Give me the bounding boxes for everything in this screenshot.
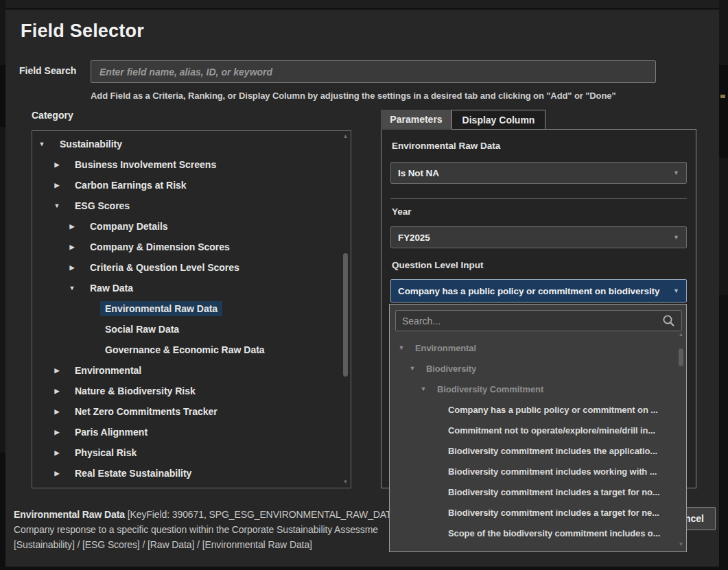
question-option-biodiversity[interactable]: ▼Biodiversity bbox=[390, 358, 675, 379]
caret-right-icon[interactable]: ▶ bbox=[67, 264, 78, 271]
field-name-label: Environmental Raw Data bbox=[392, 141, 500, 151]
question-option-scope-of-the-biodiversity-commitment-includes-o[interactable]: Scope of the biodiversity commitment inc… bbox=[390, 523, 675, 543]
tree-item-label: Carbon Earnings at Risk bbox=[70, 178, 191, 193]
question-option-biodiversity-commitment-includes-a-target-for-ne[interactable]: Biodiversity commitment includes a targe… bbox=[390, 502, 675, 523]
category-item-environmental-raw-data[interactable]: Environmental Raw Data bbox=[32, 298, 341, 319]
category-tree-panel: ▼Sustainability▶Business Involvement Scr… bbox=[32, 130, 351, 488]
page-background-left bbox=[0, 0, 5, 570]
category-item-carbon-earnings-at-risk[interactable]: ▶Carbon Earnings at Risk bbox=[32, 175, 341, 195]
tree-item-label: Company has a public policy or commitmen… bbox=[443, 403, 663, 417]
chevron-down-icon: ▼ bbox=[673, 169, 679, 176]
footer-field-name: Environmental Raw Data bbox=[14, 509, 125, 520]
tree-item-label: Environmental bbox=[70, 363, 146, 378]
question-option-tree: ▼Environmental▼Biodiversity▼Biodiversity… bbox=[390, 337, 675, 543]
category-label: Category bbox=[32, 110, 73, 121]
tree-item-label: ESG Scores bbox=[70, 198, 134, 213]
caret-right-icon[interactable]: ▶ bbox=[51, 388, 62, 394]
scroll-up-icon[interactable]: ▲ bbox=[343, 132, 349, 141]
category-item-paris-alignment[interactable]: ▶Paris Alignment bbox=[32, 422, 341, 442]
tree-item-label: Biodiversity commitment includes working… bbox=[443, 464, 661, 479]
tree-item-label: Company & Dimension Scores bbox=[85, 239, 235, 254]
scroll-up-icon[interactable]: ▲ bbox=[679, 331, 684, 339]
caret-right-icon[interactable]: ▶ bbox=[51, 161, 62, 168]
operator-value: Is Not NA bbox=[398, 168, 669, 178]
caret-down-icon[interactable]: ▼ bbox=[36, 141, 47, 147]
category-item-company-dimension-scores[interactable]: ▶Company & Dimension Scores bbox=[32, 237, 341, 257]
popup-search-input[interactable] bbox=[402, 316, 662, 326]
caret-down-icon[interactable]: ▼ bbox=[419, 385, 427, 392]
tree-item-label: Biodiversity bbox=[421, 361, 481, 376]
caret-down-icon[interactable]: ▼ bbox=[397, 344, 406, 351]
scroll-down-icon[interactable]: ▼ bbox=[679, 541, 684, 549]
popup-scrollbar[interactable]: ▲ ▼ bbox=[677, 331, 685, 549]
question-option-company-has-a-public-policy-or-commitment-on[interactable]: Company has a public policy or commitmen… bbox=[390, 399, 675, 420]
footer-field-meta: [KeyField: 390671, SPG_ESG_ENVIRONMENTAL… bbox=[125, 509, 400, 520]
dialog-title: Field Selector bbox=[21, 21, 144, 42]
tree-item-label: Net Zero Commitments Tracker bbox=[70, 404, 222, 419]
category-item-business-involvement-screens[interactable]: ▶Business Involvement Screens bbox=[32, 154, 341, 175]
category-item-net-zero-commitments-tracker[interactable]: ▶Net Zero Commitments Tracker bbox=[32, 401, 341, 422]
tree-item-label: Nature & Biodiversity Risk bbox=[70, 383, 200, 399]
caret-right-icon[interactable]: ▶ bbox=[67, 244, 78, 250]
category-item-sustainability[interactable]: ▼Sustainability bbox=[32, 134, 341, 154]
category-item-raw-data[interactable]: ▼Raw Data bbox=[32, 278, 341, 298]
question-level-input-label: Question Level Input bbox=[392, 260, 484, 270]
category-item-nature-biodiversity-risk[interactable]: ▶Nature & Biodiversity Risk bbox=[32, 381, 341, 401]
tree-item-label: Governance & Economic Raw Data bbox=[100, 342, 270, 357]
question-option-biodiversity-commitment-includes-a-target-for-no[interactable]: Biodiversity commitment includes a targe… bbox=[390, 482, 675, 502]
category-item-real-estate-sustainability[interactable]: ▶Real Estate Sustainability bbox=[32, 463, 341, 484]
chevron-down-icon: ▼ bbox=[673, 287, 679, 294]
tree-item-label: Physical Risk bbox=[70, 445, 141, 460]
caret-down-icon[interactable]: ▼ bbox=[51, 202, 62, 209]
category-scrollbar[interactable]: ▲ ▼ bbox=[342, 132, 349, 486]
tree-item-label: Paris Alignment bbox=[70, 425, 152, 440]
category-item-esg-scores[interactable]: ▼ESG Scores bbox=[32, 195, 341, 216]
scrollbar-thumb[interactable] bbox=[343, 253, 348, 377]
field-search-input[interactable] bbox=[91, 60, 656, 83]
year-value: FY2025 bbox=[398, 233, 669, 243]
tree-item-label: Biodiversity commitment includes a targe… bbox=[443, 485, 664, 499]
tree-item-label: Real Estate Sustainability bbox=[70, 466, 196, 481]
page-background-bottom bbox=[0, 567, 728, 570]
year-dropdown[interactable]: FY2025 ▼ bbox=[390, 226, 687, 248]
tree-item-label: Raw Data bbox=[85, 281, 138, 296]
question-option-biodiversity-commitment-includes-the-applicatio[interactable]: Biodiversity commitment includes the app… bbox=[390, 440, 675, 461]
year-label: Year bbox=[392, 206, 412, 217]
page-background-top bbox=[0, 0, 728, 10]
category-item-company-details[interactable]: ▶Company Details bbox=[32, 216, 341, 237]
popup-search-box[interactable] bbox=[395, 310, 682, 331]
category-item-environmental[interactable]: ▶Environmental bbox=[32, 360, 341, 381]
field-search-label: Field Search bbox=[19, 65, 76, 76]
page-background-right bbox=[719, 0, 728, 570]
caret-right-icon[interactable]: ▶ bbox=[51, 367, 62, 374]
caret-right-icon[interactable]: ▶ bbox=[51, 449, 62, 456]
operator-dropdown[interactable]: Is Not NA ▼ bbox=[390, 162, 687, 184]
category-item-physical-risk[interactable]: ▶Physical Risk bbox=[32, 442, 341, 463]
tree-item-label: Company Details bbox=[85, 219, 173, 234]
question-option-biodiversity-commitment-includes-working-with[interactable]: Biodiversity commitment includes working… bbox=[390, 461, 675, 482]
scroll-down-icon[interactable]: ▼ bbox=[343, 478, 349, 486]
tab-display-column[interactable]: Display Column bbox=[451, 110, 545, 130]
question-dropdown[interactable]: Company has a public policy or commitmen… bbox=[390, 279, 687, 302]
caret-right-icon[interactable]: ▶ bbox=[67, 223, 78, 230]
question-option-commitment-not-to-operate-explore-mine-drill-in[interactable]: Commitment not to operate/explore/mine/d… bbox=[390, 420, 675, 440]
caret-right-icon[interactable]: ▶ bbox=[51, 182, 62, 189]
category-item-governance-economic-raw-data[interactable]: Governance & Economic Raw Data bbox=[32, 340, 341, 360]
caret-down-icon[interactable]: ▼ bbox=[408, 365, 416, 372]
field-selector-modal: Field Selector Field Search Add Field as… bbox=[5, 10, 719, 567]
category-item-criteria-question-level-scores[interactable]: ▶Criteria & Question Level Scores bbox=[32, 257, 341, 278]
question-option-biodiversity-commitment[interactable]: ▼Biodiversity Commitment bbox=[390, 379, 675, 399]
category-tree: ▼Sustainability▶Business Involvement Scr… bbox=[32, 134, 341, 484]
question-option-environmental[interactable]: ▼Environmental bbox=[390, 337, 675, 358]
caret-right-icon[interactable]: ▶ bbox=[51, 470, 62, 477]
tree-item-label: Biodiversity commitment includes the app… bbox=[443, 444, 662, 458]
tree-item-label: Commitment not to operate/explore/mine/d… bbox=[443, 423, 660, 438]
category-item-social-raw-data[interactable]: Social Raw Data bbox=[32, 319, 341, 340]
scrollbar-thumb[interactable] bbox=[679, 348, 683, 366]
caret-down-icon[interactable]: ▼ bbox=[67, 285, 78, 292]
tree-item-label: Criteria & Question Level Scores bbox=[85, 260, 244, 275]
caret-right-icon[interactable]: ▶ bbox=[51, 429, 62, 436]
tree-item-label: Social Raw Data bbox=[100, 322, 184, 337]
tab-parameters[interactable]: Parameters bbox=[381, 110, 451, 130]
caret-right-icon[interactable]: ▶ bbox=[51, 408, 62, 415]
